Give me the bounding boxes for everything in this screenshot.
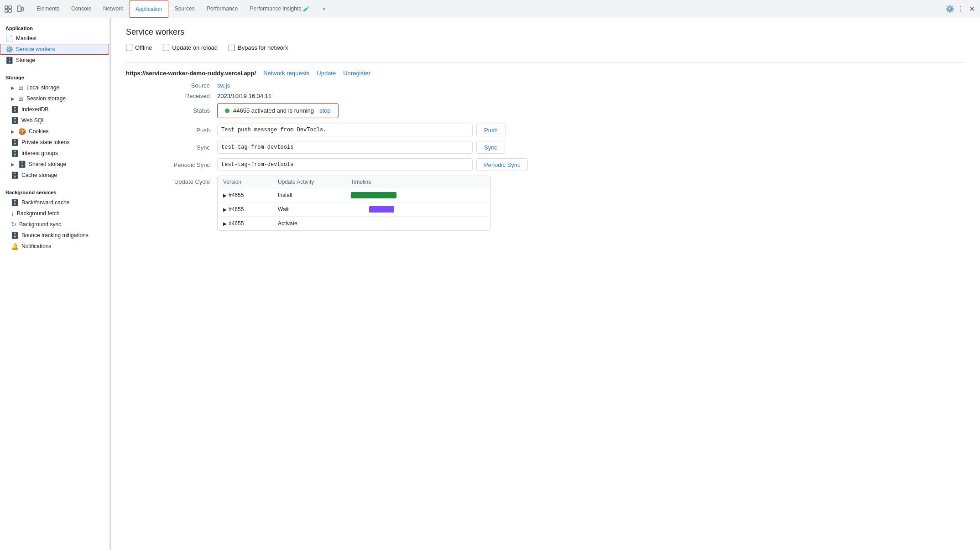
svg-rect-1 — [9, 6, 11, 9]
tab-more[interactable]: » — [317, 0, 331, 18]
content-area: Service workers Offline Update on reload… — [111, 18, 980, 550]
tab-bar: Elements Console Network Application Sou… — [0, 0, 980, 18]
local-storage-arrow: ▶ — [11, 85, 15, 90]
periodic-sync-button[interactable]: Periodic Sync — [476, 158, 528, 171]
offline-checkbox[interactable]: Offline — [126, 44, 152, 51]
cache-storage-icon: 🗄️ — [11, 171, 19, 179]
sidebar-item-interest-groups[interactable]: 🗄️ Interest groups — [0, 148, 109, 159]
update-cycle-table: Version Update Activity Timeline ▶ #4655… — [217, 176, 491, 231]
sidebar-item-local-storage[interactable]: ▶ ⊞ Local storage — [0, 82, 109, 93]
sync-row: Sync Sync — [126, 141, 965, 154]
svg-rect-3 — [9, 10, 11, 12]
tab-elements[interactable]: Elements — [31, 0, 65, 18]
cookies-icon: 🍪 — [18, 128, 26, 135]
periodic-sync-input[interactable] — [217, 158, 473, 171]
sync-label: Sync — [162, 144, 217, 151]
local-storage-icon: ⊞ — [18, 84, 24, 91]
sidebar-item-background-fetch[interactable]: ↓ Background fetch — [0, 208, 109, 219]
sidebar-item-storage-top[interactable]: 🗄️ Storage — [0, 55, 109, 66]
tab-console[interactable]: Console — [66, 0, 97, 18]
row3-version[interactable]: ▶ #4655 — [223, 220, 278, 227]
row2-activity: Wait — [278, 206, 351, 213]
sidebar-item-session-storage[interactable]: ▶ ⊞ Session storage — [0, 93, 109, 104]
update-on-reload-checkbox-box[interactable] — [163, 45, 169, 51]
push-label: Push — [162, 127, 217, 134]
update-on-reload-checkbox[interactable]: Update on reload — [163, 44, 218, 51]
checkboxes-row: Offline Update on reload Bypass for netw… — [126, 44, 965, 51]
status-dot — [225, 109, 229, 113]
tab-application[interactable]: Application — [130, 0, 168, 18]
received-value: 2023/10/19 16:34:11 — [217, 93, 271, 99]
row1-timeline — [351, 192, 485, 198]
received-row: Received 2023/10/19 16:34:11 — [126, 93, 965, 99]
inspect-icon[interactable] — [4, 5, 13, 14]
svg-rect-4 — [17, 6, 21, 11]
session-storage-arrow: ▶ — [11, 96, 15, 101]
svg-rect-2 — [5, 10, 8, 12]
sidebar-item-cookies[interactable]: ▶ 🍪 Cookies — [0, 126, 109, 137]
private-state-tokens-icon: 🗄️ — [11, 139, 19, 146]
source-label: Source — [162, 82, 217, 89]
network-requests-link[interactable]: Network requests — [263, 70, 309, 77]
close-icon[interactable]: ✕ — [967, 5, 976, 14]
sidebar-item-manifest[interactable]: 📄 Manifest — [0, 33, 109, 44]
sw-url-row: https://service-worker-demo-ruddy.vercel… — [126, 70, 965, 77]
row1-activity: Install — [278, 192, 351, 198]
devtools-icons — [4, 5, 25, 14]
periodic-sync-label: Periodic Sync — [162, 161, 217, 168]
sidebar-item-bounce-tracking[interactable]: 🗄️ Bounce tracking mitigations — [0, 230, 109, 241]
sidebar-item-shared-storage[interactable]: ▶ 🗄️ Shared storage — [0, 159, 109, 170]
row2-version[interactable]: ▶ #4655 — [223, 206, 278, 213]
service-workers-icon: ⚙️ — [5, 46, 13, 53]
sidebar-item-back-forward-cache[interactable]: 🗄️ Back/forward cache — [0, 197, 109, 208]
sidebar-item-web-sql[interactable]: 🗄️ Web SQL — [0, 115, 109, 126]
bounce-tracking-icon: 🗄️ — [11, 232, 19, 239]
session-storage-icon: ⊞ — [18, 95, 24, 102]
table-row: ▶ #4655 Wait — [218, 202, 490, 217]
application-section-title: Application — [0, 22, 109, 33]
sidebar-item-indexeddb[interactable]: 🗄️ IndexedDB — [0, 104, 109, 115]
row2-timeline — [351, 206, 485, 213]
tab-performance[interactable]: Performance — [201, 0, 244, 18]
source-link[interactable]: sw.js — [217, 82, 230, 89]
bypass-for-network-checkbox[interactable]: Bypass for network — [229, 44, 288, 51]
update-table-header: Version Update Activity Timeline — [218, 176, 490, 188]
tab-sources[interactable]: Sources — [169, 0, 200, 18]
resize-handle[interactable] — [109, 18, 111, 550]
sync-input[interactable] — [217, 141, 473, 154]
bypass-for-network-checkbox-box[interactable] — [229, 45, 235, 51]
unregister-link[interactable]: Unregister — [343, 70, 370, 77]
settings-icon[interactable]: ⚙️ — [945, 5, 954, 14]
more-icon[interactable]: ⋮ — [956, 5, 965, 14]
push-input[interactable] — [217, 124, 473, 136]
header-timeline: Timeline — [351, 179, 485, 185]
background-fetch-icon: ↓ — [11, 210, 14, 217]
shared-storage-icon: 🗄️ — [18, 161, 26, 168]
row1-version[interactable]: ▶ #4655 — [223, 192, 278, 198]
status-box: #4655 activated and is running stop — [217, 103, 339, 118]
push-button[interactable]: Push — [476, 124, 506, 136]
periodic-sync-row: Periodic Sync Periodic Sync — [126, 158, 965, 171]
sync-button[interactable]: Sync — [476, 141, 505, 154]
sidebar-item-service-workers[interactable]: ⚙️ Service workers — [0, 44, 109, 55]
page-title: Service workers — [126, 27, 965, 37]
tab-performance-insights[interactable]: Performance insights 🧪 — [245, 0, 315, 18]
stop-link[interactable]: stop — [319, 107, 331, 114]
offline-checkbox-box[interactable] — [126, 45, 132, 51]
svg-rect-5 — [22, 7, 23, 11]
manifest-icon: 📄 — [5, 35, 13, 42]
update-link[interactable]: Update — [317, 70, 336, 77]
shared-storage-arrow: ▶ — [11, 162, 15, 167]
sidebar-item-background-sync[interactable]: ↻ Background sync — [0, 219, 109, 230]
header-version: Version — [223, 179, 278, 185]
device-icon[interactable] — [16, 5, 25, 14]
sidebar-item-notifications[interactable]: 🔔 Notifications — [0, 241, 109, 252]
background-services-title: Background services — [0, 186, 109, 197]
status-text: #4655 activated and is running — [233, 107, 314, 114]
sidebar-item-private-state-tokens[interactable]: 🗄️ Private state tokens — [0, 137, 109, 148]
tab-network[interactable]: Network — [98, 0, 129, 18]
sidebar-item-cache-storage[interactable]: 🗄️ Cache storage — [0, 170, 109, 181]
update-cycle-label: Update Cycle — [162, 176, 217, 185]
sw-url: https://service-worker-demo-ruddy.vercel… — [126, 70, 256, 77]
back-forward-cache-icon: 🗄️ — [11, 199, 19, 206]
